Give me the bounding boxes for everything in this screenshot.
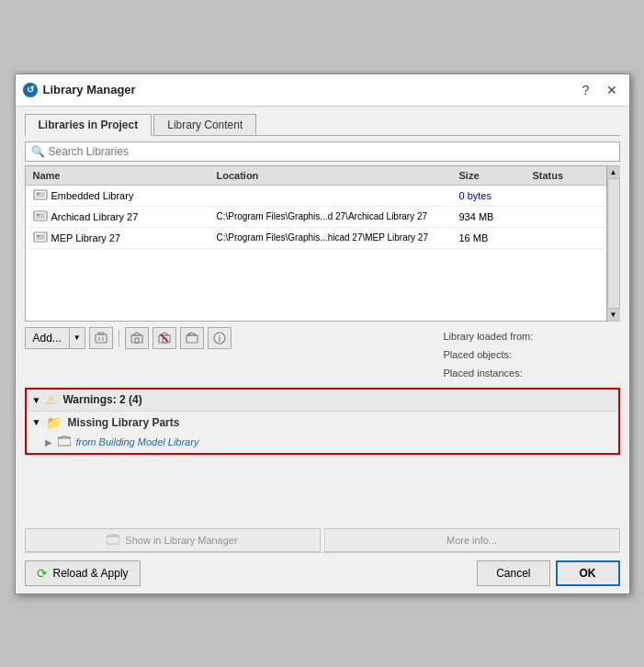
table-header: Name Location Size Status [26, 166, 606, 186]
cell-size-1: 934 MB [456, 209, 529, 224]
library-icon-small [58, 435, 71, 449]
svg-rect-1 [36, 192, 45, 198]
scrollbar-up-button[interactable]: ▲ [607, 166, 620, 179]
lib-name-2: MEP Library 27 [51, 232, 121, 243]
table-row[interactable]: Embedded Library 0 bytes [26, 186, 606, 207]
placed-instances-label: Placed instances: [444, 367, 613, 379]
missing-parts-folder-icon: 📁 [46, 415, 62, 430]
col-size: Size [456, 168, 529, 183]
lib-name-0: Embedded Library [51, 190, 134, 201]
table-scrollbar: ▲ ▼ [607, 165, 620, 322]
search-icon: 🔍 [31, 145, 45, 158]
add-button-label: Add... [26, 328, 70, 348]
placed-objects-label: Placed objects: [444, 349, 613, 360]
missing-parts-row[interactable]: ▼ 📁 Missing Library Parts [27, 411, 618, 434]
reload-apply-label: Reload & Apply [53, 567, 129, 580]
dialog-title: Library Manager [43, 83, 571, 96]
show-in-manager-label: Show in Library Manager [125, 535, 237, 546]
app-icon: ↺ [23, 83, 38, 97]
library-list-area: Name Location Size Status [25, 165, 620, 322]
scrollbar-down-button[interactable]: ▼ [607, 308, 620, 321]
svg-text:i: i [219, 334, 221, 344]
expand-icon: ▶ [45, 437, 52, 447]
add-dropdown-arrow[interactable]: ▼ [70, 328, 85, 348]
svg-rect-20 [186, 335, 198, 343]
from-library-text: from Building Model Library [76, 436, 199, 447]
svg-rect-10 [98, 333, 104, 334]
table-row[interactable]: MEP Library 27 C:\Program Files\Graphis.… [26, 228, 606, 249]
warnings-title: Warnings: 2 (4) [62, 393, 141, 406]
cell-size-0: 0 bytes [456, 188, 529, 203]
bottom-button-row: Show in Library Manager More info... [25, 528, 620, 552]
tab-libraries-in-project[interactable]: Libraries in Project [25, 114, 153, 136]
svg-rect-13 [131, 335, 142, 343]
ok-button[interactable]: OK [556, 560, 620, 586]
search-input[interactable] [49, 145, 614, 158]
add-builtin-button[interactable] [125, 327, 149, 349]
help-button[interactable]: ? [576, 80, 596, 100]
delete-library-button[interactable] [89, 327, 113, 349]
cell-status-2 [529, 236, 603, 240]
lib-icon-archicad [33, 209, 48, 224]
lib-icon-embedded [33, 188, 48, 203]
cell-name: MEP Library 27 [29, 229, 213, 247]
library-manager-dialog: ↺ Library Manager ? ✕ Libraries in Proje… [15, 73, 630, 594]
svg-marker-14 [132, 333, 141, 335]
svg-rect-8 [37, 235, 40, 237]
search-box: 🔍 [25, 141, 620, 162]
cell-status-1 [529, 215, 603, 219]
warning-icon: ⚠ [46, 393, 57, 407]
toolbar: Add... ▼ [25, 327, 232, 349]
cell-size-2: 16 MB [456, 231, 529, 245]
info-button[interactable]: i [208, 327, 232, 349]
show-icon [107, 534, 119, 547]
footer-row: ⟳ Reload & Apply Cancel OK [25, 552, 620, 586]
cell-name: Archicad Library 27 [29, 208, 213, 226]
svg-rect-7 [36, 234, 45, 240]
tab-bar: Libraries in Project Library Content [25, 114, 620, 136]
cell-location-1: C:\Program Files\Graphis...d 27\Archicad… [213, 209, 456, 223]
warnings-chevron: ▼ [32, 395, 41, 405]
cell-location-0 [213, 194, 456, 198]
warnings-header[interactable]: ▼ ⚠ Warnings: 2 (4) [27, 390, 618, 411]
info-panel: Library loaded from: Placed objects: Pla… [436, 327, 620, 382]
show-in-library-manager-button[interactable]: Show in Library Manager [25, 528, 321, 552]
lib-icon-mep [33, 231, 48, 245]
svg-rect-2 [37, 193, 40, 195]
title-bar: ↺ Library Manager ? ✕ [16, 74, 629, 107]
spacer [25, 455, 620, 528]
tab-library-content[interactable]: Library Content [153, 114, 256, 135]
svg-rect-4 [36, 213, 45, 219]
dialog-body: Libraries in Project Library Content 🔍 N… [16, 107, 629, 594]
add-button[interactable]: Add... ▼ [25, 327, 85, 349]
cancel-button[interactable]: Cancel [477, 560, 549, 586]
reload-icon: ⟳ [37, 566, 48, 581]
cell-status-0 [529, 194, 603, 198]
missing-parts-chevron: ▼ [32, 417, 41, 427]
col-status: Status [529, 168, 603, 183]
col-name: Name [29, 168, 213, 183]
library-table: Name Location Size Status [25, 165, 607, 322]
col-location: Location [213, 168, 456, 183]
more-info-button[interactable]: More info... [324, 528, 620, 552]
svg-rect-9 [96, 334, 107, 343]
loaded-from-label: Library loaded from: [444, 331, 613, 342]
remove-builtin-button[interactable] [153, 327, 176, 349]
lib-name-1: Archicad Library 27 [51, 211, 139, 222]
cell-name: Embedded Library [29, 187, 213, 205]
cell-location-2: C:\Program Files\Graphis...hicad 27\MEP … [213, 231, 456, 244]
missing-parts-label: Missing Library Parts [67, 416, 179, 429]
svg-rect-15 [135, 338, 139, 343]
svg-rect-5 [37, 214, 40, 216]
from-library-row[interactable]: ▶ from Building Model Library [27, 434, 618, 453]
toggle-builtin-button[interactable] [180, 327, 204, 349]
warnings-section: ▼ ⚠ Warnings: 2 (4) ▼ 📁 Missing Library … [25, 388, 620, 455]
toolbar-separator [119, 329, 119, 347]
reload-apply-button[interactable]: ⟳ Reload & Apply [25, 560, 141, 586]
footer-right: Cancel OK [477, 560, 619, 586]
table-row[interactable]: Archicad Library 27 C:\Program Files\Gra… [26, 207, 606, 228]
toolbar-info-row: Add... ▼ [25, 327, 620, 382]
more-info-label: More info... [446, 535, 497, 546]
close-button[interactable]: ✕ [602, 80, 622, 100]
